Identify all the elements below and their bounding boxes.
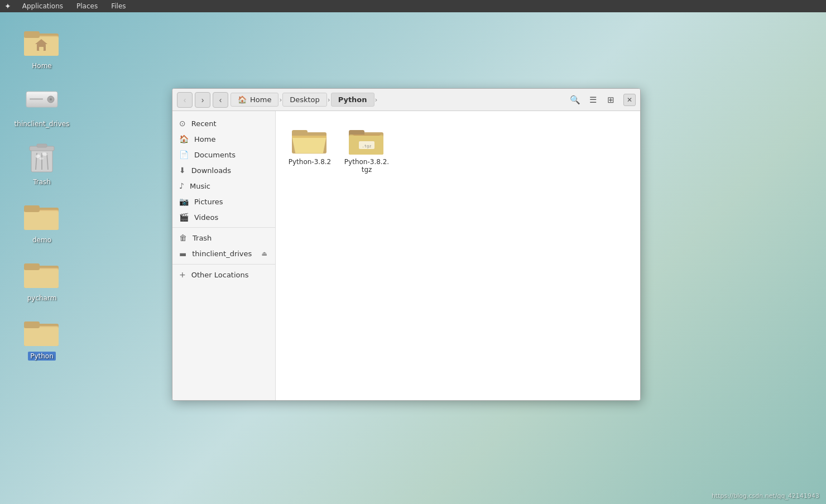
svg-rect-3 <box>24 31 40 38</box>
sidebar-item-pictures[interactable]: 📷 Pictures <box>172 194 275 209</box>
desktop-icon-pycharm[interactable]: pycharm <box>17 256 67 303</box>
sidebar-pictures-label: Pictures <box>194 198 268 206</box>
eject-button[interactable]: ⏏ <box>261 249 268 258</box>
python-icon-label: Python <box>28 352 56 361</box>
sidebar-recent-label: Recent <box>191 119 268 128</box>
sidebar-documents-label: Documents <box>194 151 268 159</box>
breadcrumb: 🏠 Home › Desktop › Python › <box>230 93 564 107</box>
thinclient-icon-label: thinclient_drives <box>12 119 72 128</box>
sidebar-divider-1 <box>172 227 275 228</box>
desktop-icon-python[interactable]: Python <box>17 314 67 361</box>
fm-files-area: Python-3.8.2 .tgz <box>276 111 640 400</box>
sidebar-item-videos[interactable]: 🎬 Videos <box>172 209 275 225</box>
back-button[interactable]: ‹ <box>177 92 193 108</box>
gnome-icon: ✦ <box>4 2 11 11</box>
svg-rect-32 <box>24 321 40 328</box>
svg-rect-23 <box>24 211 59 230</box>
view-grid-button[interactable]: ⊞ <box>602 92 619 108</box>
forward-button[interactable]: › <box>195 92 210 108</box>
fm-content: ⊙ Recent 🏠 Home 📄 Documents ⬇ Downloads … <box>172 111 640 400</box>
breadcrumb-desktop[interactable]: Desktop <box>282 93 327 107</box>
music-icon: ♪ <box>179 181 184 190</box>
trash-icon-label: Trash <box>31 177 53 186</box>
svg-point-10 <box>50 98 52 100</box>
breadcrumb-more: › <box>375 96 378 104</box>
thinclient-sidebar-icon: ▬ <box>179 249 186 258</box>
parent-button[interactable]: ‹ <box>213 92 228 108</box>
desktop-icon-trash[interactable]: Trash <box>17 140 67 186</box>
other-locations-icon: + <box>179 270 186 279</box>
svg-text:.tgz: .tgz <box>362 144 372 148</box>
downloads-icon: ⬇ <box>179 166 186 175</box>
places-menu[interactable]: Places <box>74 1 100 11</box>
trash-icon <box>24 140 60 175</box>
archive-icon: .tgz <box>349 124 385 156</box>
svg-rect-37 <box>292 136 326 138</box>
pictures-icon: 📷 <box>179 197 189 206</box>
breadcrumb-python[interactable]: Python <box>331 93 374 107</box>
svg-rect-24 <box>24 205 40 212</box>
sidebar-trash-label: Trash <box>193 234 268 242</box>
breadcrumb-home-label: Home <box>250 95 271 104</box>
sidebar-downloads-label: Downloads <box>191 166 268 175</box>
top-menu-bar: ✦ Applications Places Files <box>0 0 826 12</box>
close-button[interactable]: ✕ <box>623 94 636 106</box>
sidebar-divider-2 <box>172 264 275 265</box>
file-item-python382[interactable]: Python-3.8.2 <box>285 120 335 178</box>
svg-rect-31 <box>24 327 59 346</box>
demo-icon-label: demo <box>30 236 54 244</box>
sidebar-item-downloads[interactable]: ⬇ Downloads <box>172 162 275 178</box>
sidebar-home-label: Home <box>194 135 268 143</box>
files-menu[interactable]: Files <box>109 1 128 11</box>
pycharm-folder-icon <box>24 256 60 291</box>
sidebar-music-label: Music <box>190 182 268 190</box>
folder-open-icon <box>292 124 328 156</box>
desktop-icon-thinclient[interactable]: thinclient_drives <box>17 81 67 128</box>
breadcrumb-sep-2: › <box>328 96 330 104</box>
breadcrumb-sep-1: › <box>279 96 282 104</box>
sidebar-videos-label: Videos <box>194 213 268 222</box>
desktop-icon-home[interactable]: Home <box>17 23 67 70</box>
svg-marker-35 <box>292 137 326 153</box>
sidebar-item-trash[interactable]: 🗑 Trash <box>172 230 275 246</box>
sidebar-item-recent[interactable]: ⊙ Recent <box>172 116 275 131</box>
sidebar-item-home[interactable]: 🏠 Home <box>172 131 275 147</box>
svg-marker-42 <box>352 135 381 136</box>
search-button[interactable]: 🔍 <box>566 92 583 108</box>
svg-rect-14 <box>37 144 47 147</box>
home-folder-icon <box>24 23 60 59</box>
file-name-python382tgz: Python-3.8.2.tgz <box>344 158 390 174</box>
documents-icon: 📄 <box>179 150 189 159</box>
fm-toolbar: ‹ › ‹ 🏠 Home › Desktop › Python › 🔍 ☰ ⊞ … <box>172 89 640 111</box>
fm-toolbar-actions: 🔍 ☰ ⊞ <box>566 92 619 108</box>
videos-icon: 🎬 <box>179 213 189 222</box>
applications-menu[interactable]: Applications <box>20 1 65 11</box>
fm-sidebar: ⊙ Recent 🏠 Home 📄 Documents ⬇ Downloads … <box>172 111 276 400</box>
recent-icon: ⊙ <box>179 119 186 128</box>
desktop: Home thinclient_drives <box>0 12 167 504</box>
file-name-python382: Python-3.8.2 <box>289 158 331 166</box>
file-item-python382tgz[interactable]: .tgz Python-3.8.2.tgz <box>342 120 392 178</box>
svg-rect-28 <box>24 263 40 270</box>
breadcrumb-home[interactable]: 🏠 Home <box>230 93 278 107</box>
sidebar-item-music[interactable]: ♪ Music <box>172 178 275 194</box>
file-manager-window: ‹ › ‹ 🏠 Home › Desktop › Python › 🔍 ☰ ⊞ … <box>172 88 641 401</box>
pycharm-icon-label: pycharm <box>25 294 59 303</box>
sidebar-item-thinclient[interactable]: ▬ thinclient_drives ⏏ <box>172 246 275 262</box>
breadcrumb-python-label: Python <box>338 95 367 104</box>
sidebar-item-documents[interactable]: 📄 Documents <box>172 147 275 162</box>
bottom-url: https://blog.csdn.net/qq_42141943 <box>712 492 819 500</box>
home-icon-label: Home <box>30 61 54 70</box>
sidebar-other-locations-label: Other Locations <box>191 271 268 279</box>
demo-folder-icon <box>24 198 60 233</box>
trash-sidebar-icon: 🗑 <box>179 233 187 242</box>
desktop-icon-demo[interactable]: demo <box>17 198 67 244</box>
home-bread-icon: 🏠 <box>238 95 247 104</box>
svg-rect-27 <box>24 269 59 288</box>
sidebar-item-other-locations[interactable]: + Other Locations <box>172 267 275 282</box>
drive-icon <box>24 81 60 117</box>
view-list-button[interactable]: ☰ <box>584 92 601 108</box>
svg-rect-6 <box>39 47 44 51</box>
home-sidebar-icon: 🏠 <box>179 135 189 143</box>
python-folder-icon <box>24 314 60 349</box>
